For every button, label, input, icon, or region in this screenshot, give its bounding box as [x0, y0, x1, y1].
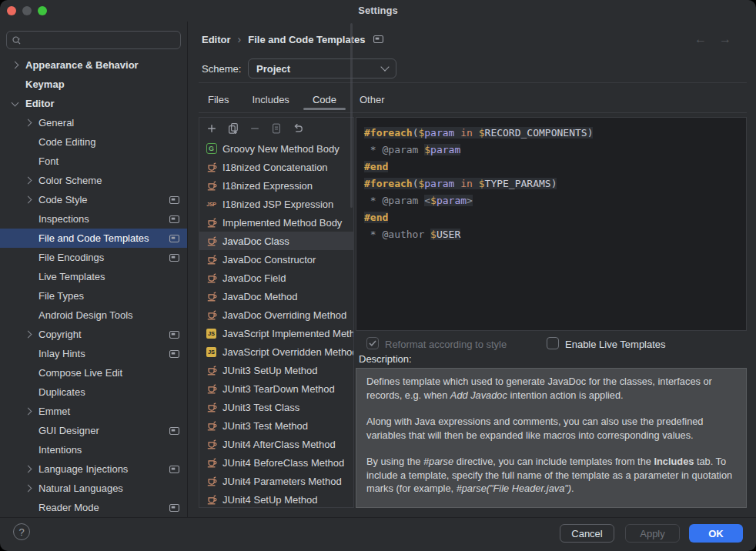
- sidebar-item-inlay-hints[interactable]: Inlay Hints: [0, 344, 187, 363]
- template-item-label: JavaDoc Field: [222, 272, 286, 284]
- breadcrumb-editor[interactable]: Editor: [202, 34, 231, 45]
- template-item-label: JavaDoc Method: [222, 291, 298, 302]
- description-paragraph: By using the #parse directive, you can i…: [366, 455, 736, 496]
- tab-files[interactable]: Files: [206, 89, 230, 110]
- description-box[interactable]: Defines template which used to generate …: [356, 368, 747, 508]
- forward-arrow-icon[interactable]: →: [719, 32, 731, 46]
- chevron-right-icon[interactable]: [24, 120, 38, 125]
- sidebar-item-label: Code Editing: [38, 136, 187, 148]
- sidebar-item-language-injections[interactable]: Language Injections: [0, 459, 187, 479]
- sidebar-item-file-encodings[interactable]: File Encodings: [0, 248, 187, 267]
- code-line: * @author $USER: [364, 226, 738, 243]
- divider: [199, 112, 747, 113]
- sidebar-item-font[interactable]: Font: [0, 152, 187, 171]
- template-item-junit3-setup-method[interactable]: JUnit3 SetUp Method: [199, 361, 353, 379]
- sidebar-item-emmet[interactable]: Emmet: [0, 402, 187, 421]
- chevron-right-icon[interactable]: [24, 466, 38, 472]
- template-item-i18nized-jsp-expression[interactable]: JSPI18nized JSP Expression: [199, 195, 353, 213]
- tab-includes[interactable]: Includes: [250, 89, 290, 110]
- reformat-checkbox[interactable]: [366, 337, 379, 349]
- chevron-right-icon[interactable]: [24, 486, 38, 491]
- cancel-button[interactable]: Cancel: [560, 524, 614, 543]
- sidebar-item-code-editing[interactable]: Code Editing: [0, 132, 187, 152]
- ok-button[interactable]: OK: [689, 524, 743, 543]
- scheme-select[interactable]: Project: [248, 58, 396, 78]
- sidebar-item-intentions[interactable]: Intentions: [0, 440, 187, 459]
- reformat-label: Reformat according to style: [385, 339, 507, 350]
- tab-other[interactable]: Other: [358, 89, 386, 110]
- template-item-junit3-test-class[interactable]: JUnit3 Test Class: [199, 398, 353, 416]
- java-icon: [206, 162, 217, 172]
- template-item-groovy-new-method-body[interactable]: GGroovy New Method Body: [199, 139, 353, 158]
- template-item-javadoc-field[interactable]: JavaDoc Field: [199, 269, 353, 287]
- template-item-junit4-setup-method[interactable]: JUnit4 SetUp Method: [199, 490, 353, 508]
- template-item-implemented-method-body[interactable]: Implemented Method Body: [199, 213, 353, 232]
- chevron-right-icon[interactable]: [11, 62, 25, 68]
- java-icon: [206, 494, 217, 505]
- code-line: #end: [364, 209, 738, 226]
- chevron-down-icon[interactable]: [11, 102, 25, 105]
- template-item-label: JavaDoc Class: [222, 235, 289, 247]
- sidebar-item-reader-mode[interactable]: Reader Mode: [0, 498, 187, 517]
- search-field[interactable]: [6, 31, 181, 49]
- list-scrollbar[interactable]: [350, 23, 353, 208]
- sidebar-item-general[interactable]: General: [0, 113, 187, 132]
- remove-icon[interactable]: [248, 122, 262, 135]
- chevron-right-icon[interactable]: [24, 197, 38, 202]
- sidebar-item-gui-designer[interactable]: GUI Designer: [0, 421, 187, 440]
- copy-icon[interactable]: [226, 122, 240, 135]
- template-item-javadoc-class[interactable]: JavaDoc Class: [199, 232, 353, 250]
- java-icon: [206, 254, 217, 265]
- help-button[interactable]: ?: [13, 523, 30, 540]
- template-item-i18nized-expression[interactable]: I18nized Expression: [199, 176, 353, 195]
- sidebar-item-code-style[interactable]: Code Style: [0, 190, 187, 209]
- breadcrumb: Editor › File and Code Templates: [202, 33, 383, 45]
- template-item-junit4-beforeclass-method[interactable]: JUnit4 BeforeClass Method: [199, 453, 353, 472]
- chevron-right-icon[interactable]: [24, 332, 38, 337]
- sidebar-item-live-templates[interactable]: Live Templates: [0, 267, 187, 286]
- duplicate-icon[interactable]: [269, 122, 283, 135]
- sidebar-item-file-types[interactable]: File Types: [0, 286, 187, 306]
- template-item-junit3-teardown-method[interactable]: JUnit3 TearDown Method: [199, 379, 353, 398]
- template-item-javadoc-overriding-method[interactable]: JavaDoc Overriding Method: [199, 306, 353, 324]
- template-item-javadoc-constructor[interactable]: JavaDoc Constructor: [199, 250, 353, 269]
- template-item-javascript-implemented-method[interactable]: JSJavaScript Implemented Method: [199, 324, 353, 342]
- apply-button[interactable]: Apply: [625, 524, 680, 543]
- sidebar-item-android-design-tools[interactable]: Android Design Tools: [0, 306, 187, 325]
- template-item-i18nized-concatenation[interactable]: I18nized Concatenation: [199, 158, 353, 176]
- sidebar-item-appearance-behavior[interactable]: Appearance & Behavior: [0, 55, 187, 75]
- sidebar-item-file-and-code-templates[interactable]: File and Code Templates: [0, 229, 187, 248]
- back-arrow-icon[interactable]: ←: [694, 32, 707, 46]
- sidebar-item-editor[interactable]: Editor: [0, 94, 187, 113]
- sidebar-item-copyright[interactable]: Copyright: [0, 325, 187, 344]
- chevron-down-icon: [380, 62, 389, 71]
- template-item-javascript-overridden-method[interactable]: JSJavaScript Overridden Method: [199, 342, 353, 361]
- breadcrumb-separator-icon: ›: [238, 33, 242, 45]
- screen-icon: [169, 466, 179, 473]
- tab-code[interactable]: Code: [311, 89, 338, 110]
- chevron-right-icon[interactable]: [24, 178, 38, 183]
- live-templates-checkbox[interactable]: [547, 337, 559, 349]
- sidebar-item-label: Duplicates: [38, 386, 187, 398]
- chevron-right-icon[interactable]: [24, 409, 38, 414]
- reset-icon[interactable]: [291, 122, 305, 135]
- add-icon[interactable]: [205, 122, 219, 135]
- sidebar-item-duplicates[interactable]: Duplicates: [0, 382, 187, 402]
- sidebar-item-label: Color Scheme: [38, 175, 187, 186]
- template-item-junit4-afterclass-method[interactable]: JUnit4 AfterClass Method: [199, 435, 353, 453]
- sidebar-item-label: Compose Live Edit: [38, 367, 187, 379]
- sidebar-item-natural-languages[interactable]: Natural Languages: [0, 479, 187, 498]
- sidebar-item-keymap[interactable]: Keymap: [0, 75, 187, 94]
- sidebar-item-compose-live-edit[interactable]: Compose Live Edit: [0, 363, 187, 382]
- groovy-icon: G: [206, 143, 217, 154]
- sidebar-item-inspections[interactable]: Inspections: [0, 209, 187, 229]
- search-input[interactable]: [26, 34, 176, 47]
- sidebar-item-color-scheme[interactable]: Color Scheme: [0, 171, 187, 190]
- description-paragraph: Along with Java expressions and comments…: [366, 415, 736, 442]
- template-editor[interactable]: #foreach($param in $RECORD_COMPONENTS) *…: [356, 117, 747, 331]
- sidebar-item-label: Editor: [25, 98, 187, 109]
- java-icon: [206, 457, 217, 468]
- template-item-javadoc-method[interactable]: JavaDoc Method: [199, 287, 353, 306]
- template-item-junit4-parameters-method[interactable]: JUnit4 Parameters Method: [199, 472, 353, 490]
- template-item-junit3-test-method[interactable]: JUnit3 Test Method: [199, 416, 353, 435]
